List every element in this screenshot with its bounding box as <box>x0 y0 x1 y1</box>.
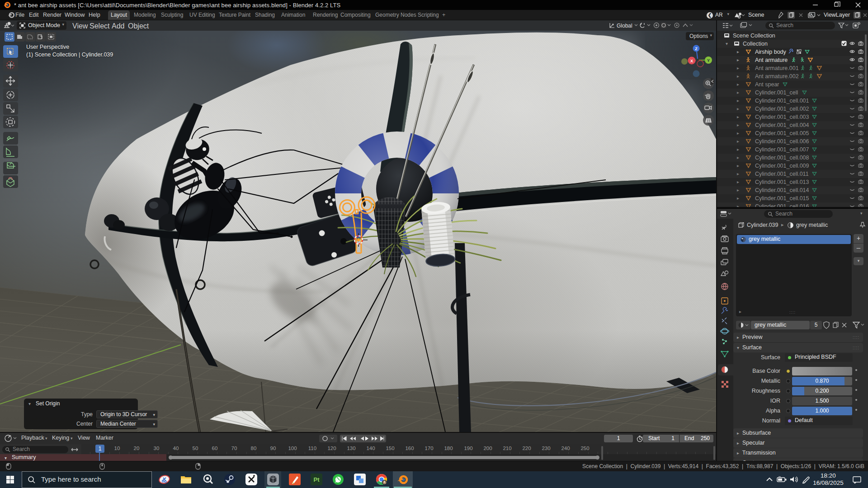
svg-text:X: X <box>690 59 693 63</box>
svg-text:Pt: Pt <box>314 476 320 483</box>
svg-text:Z: Z <box>695 47 698 51</box>
svg-text:Global: Global <box>617 23 632 29</box>
svg-text:Y: Y <box>707 58 710 63</box>
